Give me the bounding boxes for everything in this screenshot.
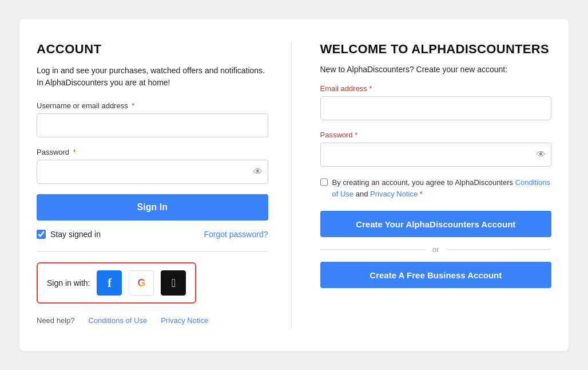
and-text: and <box>356 190 368 198</box>
privacy-notice-link[interactable]: Privacy Notice <box>161 316 208 325</box>
signin-button[interactable]: Sign In <box>37 194 268 221</box>
agree-checkbox[interactable] <box>320 178 328 186</box>
social-signin-box: Sign in with: f G  <box>37 262 196 304</box>
main-card: ACCOUNT Log in and see your purchases, w… <box>19 19 569 351</box>
welcome-title: WELCOME TO ALPHADISCOUNTERS <box>320 42 552 57</box>
facebook-signin-button[interactable]: f <box>97 270 122 296</box>
account-description: Log in and see your purchases, watched o… <box>37 65 268 89</box>
or-divider: or <box>320 245 552 254</box>
right-email-field-wrapper <box>320 96 552 120</box>
need-help-text: Need help? <box>37 316 75 325</box>
account-title: ACCOUNT <box>37 42 268 57</box>
right-email-input[interactable] <box>320 96 552 120</box>
social-signin-label: Sign in with: <box>47 278 90 288</box>
password-label: Password * <box>37 148 268 156</box>
password-field-wrapper: 👁 <box>37 160 268 184</box>
stay-signed-in-label[interactable]: Stay signed in <box>37 230 101 239</box>
agree-text: By creating an account, you agree to Alp… <box>332 178 514 187</box>
username-input[interactable] <box>37 113 268 137</box>
right-password-label: Password * <box>320 131 552 139</box>
google-icon: G <box>137 277 145 289</box>
new-account-text: New to AlphaDiscounters? Create your new… <box>320 65 552 74</box>
signin-options-row: Stay signed in Forgot password? <box>37 230 268 239</box>
apple-icon:  <box>172 277 176 290</box>
agree-row: By creating an account, you agree to Alp… <box>320 177 552 199</box>
apple-signin-button[interactable]:  <box>161 270 186 296</box>
right-password-field-wrapper: 👁 <box>320 143 552 167</box>
left-panel: ACCOUNT Log in and see your purchases, w… <box>37 42 292 328</box>
right-password-input[interactable] <box>320 143 552 167</box>
password-input[interactable] <box>37 160 268 184</box>
password-eye-icon[interactable]: 👁 <box>253 167 263 177</box>
stay-signed-in-checkbox[interactable] <box>37 230 46 239</box>
create-business-button[interactable]: Create A Free Business Account <box>320 262 552 288</box>
create-account-button[interactable]: Create Your AlphaDiscounters Account <box>320 211 552 237</box>
forgot-password-link[interactable]: Forgot password? <box>204 230 268 239</box>
conditions-of-use-link[interactable]: Conditions of Use <box>89 316 148 325</box>
right-email-label: Email address * <box>320 84 552 93</box>
bottom-links: Need help? Conditions of Use Privacy Not… <box>37 316 268 325</box>
right-password-eye-icon[interactable]: 👁 <box>537 149 546 160</box>
username-field-wrapper <box>37 113 268 137</box>
right-privacy-link[interactable]: Privacy Notice <box>370 190 418 198</box>
google-signin-button[interactable]: G <box>129 270 154 296</box>
or-text: or <box>432 245 439 254</box>
divider <box>37 251 268 252</box>
username-label: Username or email address * <box>37 101 268 110</box>
facebook-icon: f <box>108 277 112 290</box>
right-panel: WELCOME TO ALPHADISCOUNTERS New to Alpha… <box>292 42 552 328</box>
